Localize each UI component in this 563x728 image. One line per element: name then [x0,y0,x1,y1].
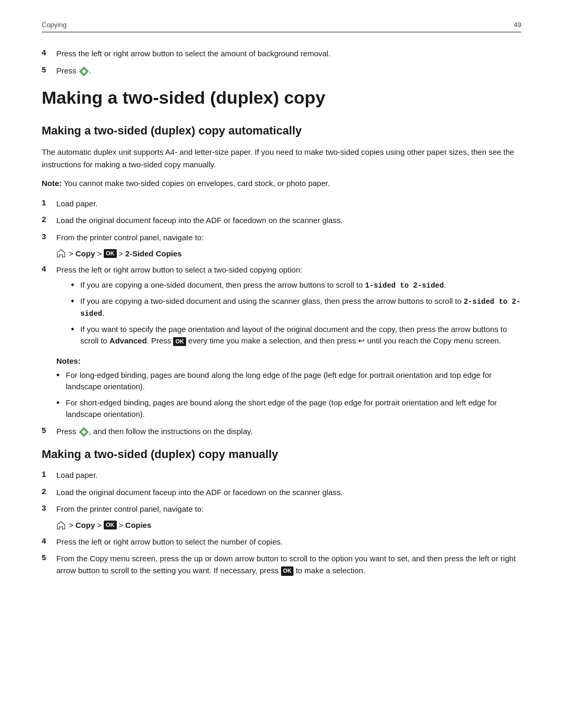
nav-arrow: > [69,521,74,529]
note-text-2: For short-edged binding, pages are bound… [66,397,521,421]
bullet-dot: • [71,295,80,307]
step-number: 4 [42,536,56,545]
home-icon [56,521,66,530]
header-section: Copying [42,21,67,29]
step-number: 2 [42,215,56,224]
bullet-dot: • [56,369,66,381]
note-label: Note: [42,179,62,188]
note-item-1: • For long-edged binding, pages are boun… [56,369,521,393]
intro-step-4: 4 Press the left or right arrow button t… [42,48,521,60]
auto-section-desc: The automatic duplex unit supports A4- a… [42,146,521,171]
step-content: Press , and then follow the instructions… [56,426,521,438]
manual-step-3: 3 From the printer control panel, naviga… [42,503,521,515]
step-number: 3 [42,232,56,241]
advanced-label: Advanced [109,336,147,345]
bullet-text: If you are copying a one-sided document,… [80,279,521,291]
step-number: 1 [42,198,56,207]
start-icon [79,427,89,437]
step-content: From the printer control panel, navigate… [56,503,521,515]
main-title: Making a two-sided (duplex) copy [42,87,521,108]
manual-step-2: 2 Load the original document faceup into… [42,487,521,499]
bullet-list: • If you are copying a one-sided documen… [71,279,521,347]
manual-step-5: 5 From the Copy menu screen, press the u… [42,553,521,576]
nav-copy-label-manual: Copy [76,521,95,529]
code-inline: 1-sided to 2-sided [365,281,444,290]
nav-menu-label: 2-Sided Copies [125,249,181,258]
auto-step-5: 5 Press , and then follow the instructio… [42,426,521,438]
ok-badge-manual-5: OK [281,566,294,575]
nav-arrow: > [97,249,102,258]
start-icon [79,67,89,76]
step-number: 5 [42,426,56,435]
auto-step-2: 2 Load the original document faceup into… [42,215,521,227]
nav-path-auto: > Copy > OK > 2-Sided Copies [56,249,521,258]
nav-arrow: > [119,249,124,258]
nav-arrow: > [119,521,124,529]
header-bar: Copying 49 [42,21,521,32]
home-icon [56,249,66,258]
bullet-dot: • [71,324,80,336]
auto-section-note: Note: You cannot make two-sided copies o… [42,177,521,190]
step-content: Load the original document faceup into t… [56,215,521,227]
intro-step-5: 5 Press . [42,65,521,77]
step-number: 1 [42,470,56,478]
step-content: Load the original document faceup into t… [56,487,521,499]
nav-path-manual: > Copy > OK > Copies [56,521,521,530]
note-text-1: For long-edged binding, pages are bound … [66,369,521,393]
step-number: 5 [42,553,56,562]
step-content: Load paper. [56,470,521,482]
step-number: 3 [42,503,56,512]
step-content: Press the left or right arrow button to … [56,264,521,351]
step-number: 5 [42,65,56,74]
bullet-dot: • [71,279,80,291]
ok-badge-inline: OK [173,337,186,346]
step-content: Press the left or right arrow button to … [56,536,521,548]
step-number: 2 [42,487,56,496]
manual-step-4: 4 Press the left or right arrow button t… [42,536,521,548]
step-content: Load paper. [56,198,521,210]
page: Copying 49 4 Press the left or right arr… [0,0,563,728]
nav-arrow: > [97,521,102,529]
nav-copies-label: Copies [125,521,151,529]
step-content: From the Copy menu screen, press the up … [56,553,521,576]
auto-section-title: Making a two-sided (duplex) copy automat… [42,124,521,138]
step-content: Press . [56,65,521,77]
code-inline: 2-sided to 2-sided [80,298,521,318]
bullet-dot: • [56,397,66,409]
manual-step-1: 1 Load paper. [42,470,521,482]
header-page-number: 49 [514,21,521,29]
manual-section-title: Making a two-sided (duplex) copy manuall… [42,448,521,461]
step-content: Press the left or right arrow button to … [56,48,521,60]
ok-badge-manual: OK [104,521,117,529]
nav-copy-label: Copy [76,249,95,258]
step-number: 4 [42,264,56,273]
nav-arrow: > [69,249,74,258]
auto-step-4: 4 Press the left or right arrow button t… [42,264,521,351]
bullet-item-1: • If you are copying a one-sided documen… [71,279,521,291]
note-item-2: • For short-edged binding, pages are bou… [56,397,521,421]
notes-label: Notes: [56,356,521,365]
bullet-text: If you want to specify the page orientat… [80,324,521,347]
bullet-item-3: • If you want to specify the page orient… [71,324,521,347]
auto-step-1: 1 Load paper. [42,198,521,210]
notes-section: Notes: • For long-edged binding, pages a… [42,356,521,421]
bullet-text: If you are copying a two-sided document … [80,295,521,319]
ok-badge-auto: OK [104,249,117,258]
bullet-item-2: • If you are copying a two-sided documen… [71,295,521,319]
step-content: From the printer control panel, navigate… [56,232,521,244]
auto-step-3: 3 From the printer control panel, naviga… [42,232,521,244]
note-text: You cannot make two-sided copies on enve… [64,179,330,188]
notes-bullets: • For long-edged binding, pages are boun… [56,369,521,421]
step-number: 4 [42,48,56,57]
